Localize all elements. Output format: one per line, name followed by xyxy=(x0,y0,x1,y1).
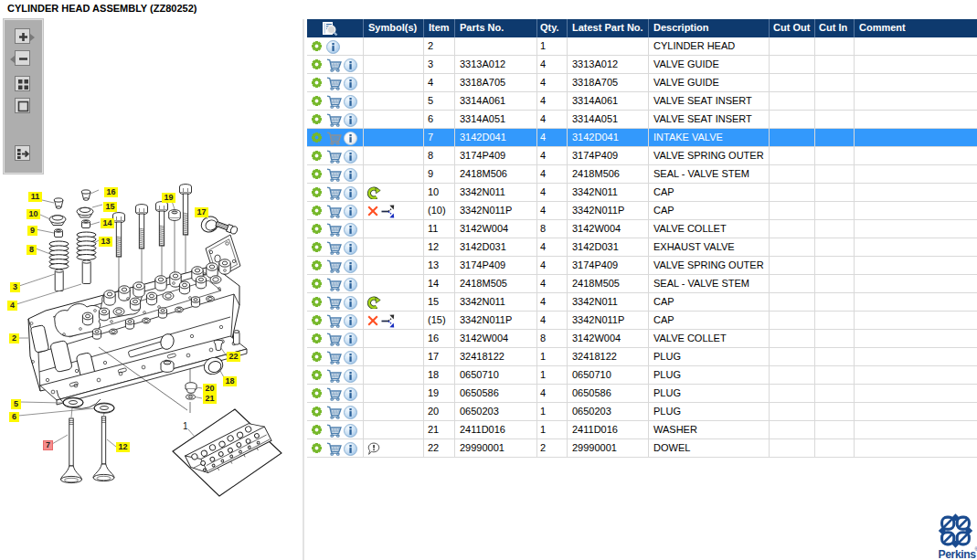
svg-text:Perkins: Perkins xyxy=(939,548,977,560)
